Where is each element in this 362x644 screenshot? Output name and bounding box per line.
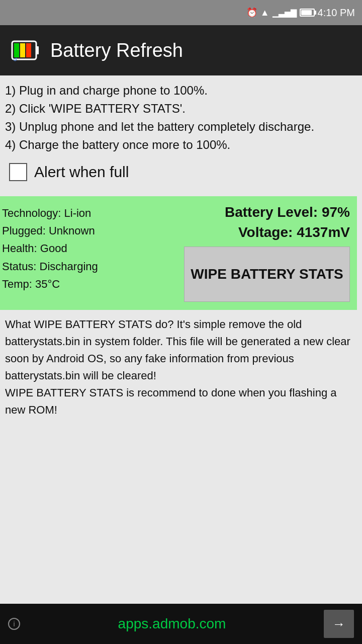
- wifi-icon: ▲: [260, 8, 269, 18]
- svg-rect-2: [14, 43, 19, 57]
- description-content: What WIPE BATTERY STATS do? It's simple …: [5, 318, 350, 416]
- signal-icon: ▁▃▅▇: [273, 8, 297, 18]
- alert-checkbox[interactable]: [9, 163, 27, 181]
- instruction-step1: 1) Plug in and charge phone to 100%.: [5, 82, 357, 100]
- instructions: 1) Plug in and charge phone to 100%. 2) …: [5, 82, 357, 154]
- instruction-step4: 4) Charge the battery once more to 100%.: [5, 136, 357, 154]
- voltage: Voltage: 4137mV: [238, 224, 350, 240]
- ad-info-area: i: [8, 618, 20, 630]
- stats-right: Battery Level: 97% Voltage: 4137mV WIPE …: [184, 204, 350, 302]
- app-title: Battery Refresh: [50, 40, 183, 61]
- alert-when-full-row: Alert when full: [5, 161, 357, 183]
- status-bar: ⏰ ▲ ▁▃▅▇ 4:10 PM: [0, 0, 362, 25]
- battery-app-svg: ↺: [10, 35, 40, 65]
- battery-level: Battery Level: 97%: [225, 204, 350, 220]
- status-time: 4:10 PM: [318, 7, 355, 19]
- temp-stat: Temp: 35°C: [2, 275, 179, 293]
- main-content: 1) Plug in and charge phone to 100%. 2) …: [0, 75, 362, 196]
- description-text: What WIPE BATTERY STATS do? It's simple …: [0, 310, 362, 425]
- wipe-battery-stats-button[interactable]: WIPE BATTERY STATS: [184, 247, 350, 302]
- status-stat: Status: Discharging: [2, 258, 179, 275]
- battery-status-icon: [300, 9, 315, 17]
- ad-arrow-icon: →: [332, 616, 345, 632]
- clock-icon: ⏰: [246, 7, 257, 18]
- ad-info-icon: i: [8, 618, 20, 630]
- svg-rect-1: [36, 46, 39, 54]
- instruction-step3: 3) Unplug phone and let the battery comp…: [5, 118, 357, 136]
- svg-rect-3: [20, 43, 25, 57]
- status-icons: ⏰ ▲ ▁▃▅▇ 4:10 PM: [246, 7, 355, 19]
- ad-bar: i apps.admob.com →: [0, 604, 362, 644]
- health-stat: Health: Good: [2, 239, 179, 257]
- plugged-stat: Plugged: Unknown: [2, 222, 179, 239]
- technology-stat: Technology: Li-ion: [2, 204, 179, 222]
- ad-arrow-button[interactable]: →: [324, 610, 354, 638]
- app-bar: ↺ Battery Refresh: [0, 25, 362, 75]
- app-icon: ↺: [10, 35, 40, 65]
- ad-url: apps.admob.com: [118, 616, 226, 632]
- svg-rect-4: [26, 43, 31, 57]
- stats-panel: Technology: Li-ion Plugged: Unknown Heal…: [0, 196, 357, 310]
- instruction-step2: 2) Click 'WIPE BATTERY STATS'.: [5, 100, 357, 118]
- svg-text:↺: ↺: [13, 57, 17, 62]
- alert-label: Alert when full: [34, 164, 129, 181]
- stats-left: Technology: Li-ion Plugged: Unknown Heal…: [2, 204, 179, 302]
